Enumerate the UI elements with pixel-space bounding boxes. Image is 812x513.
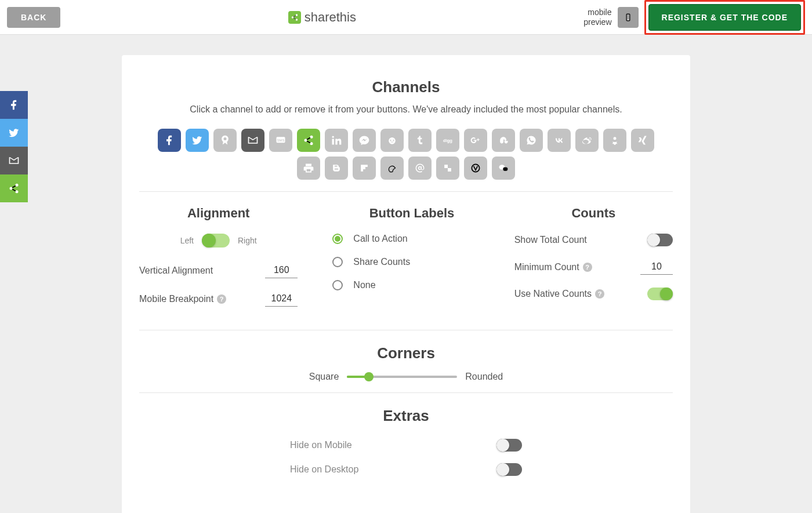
channel-delicious[interactable] xyxy=(436,157,459,180)
native-counts-label: Use Native Counts ? xyxy=(514,289,604,299)
digg-icon xyxy=(442,134,454,146)
radio-icon xyxy=(332,280,343,290)
divider xyxy=(139,392,673,393)
counts-title: Counts xyxy=(514,206,673,221)
help-icon[interactable]: ? xyxy=(583,263,592,272)
channel-messenger[interactable] xyxy=(353,129,376,152)
facebook-icon xyxy=(164,134,175,146)
extras-section: Extras Hide on Mobile Hide on Desktop xyxy=(290,407,522,476)
channel-wechat[interactable] xyxy=(492,157,515,180)
email-icon xyxy=(247,134,259,146)
counts-col: Counts Show Total Count Minimum Count ? … xyxy=(514,206,673,319)
hide-mobile-label: Hide on Mobile xyxy=(290,440,352,450)
labels-title: Button Labels xyxy=(332,206,491,221)
label-option-2[interactable]: None xyxy=(332,280,491,290)
channel-meneame[interactable] xyxy=(380,157,404,180)
side-facebook[interactable] xyxy=(0,91,28,119)
twitter-icon xyxy=(191,134,203,146)
divider xyxy=(139,330,673,330)
label-option-1[interactable]: Share Counts xyxy=(332,257,491,267)
mobile-breakpoint-input[interactable] xyxy=(265,291,298,307)
alignment-toggle-row: Left Right xyxy=(139,234,298,248)
help-icon[interactable]: ? xyxy=(217,294,226,304)
channel-xing[interactable] xyxy=(631,129,654,152)
side-twitter[interactable] xyxy=(0,119,28,147)
channel-sms[interactable] xyxy=(269,129,292,152)
radio-label: Share Counts xyxy=(353,257,410,267)
reddit-icon xyxy=(386,134,398,146)
channel-print[interactable] xyxy=(297,157,320,180)
minimum-count-input[interactable] xyxy=(640,259,673,275)
register-button[interactable]: REGISTER & GET THE CODE xyxy=(648,4,801,31)
facebook-icon xyxy=(8,99,20,111)
show-total-toggle[interactable] xyxy=(647,234,673,246)
pinterest-icon xyxy=(219,134,231,146)
native-counts-row: Use Native Counts ? xyxy=(514,288,673,300)
odnoklassniki-icon xyxy=(609,134,621,146)
sharethis-icon xyxy=(8,183,20,194)
native-counts-toggle[interactable] xyxy=(647,288,673,300)
blogger-icon xyxy=(331,162,342,174)
channel-flipboard[interactable] xyxy=(353,157,376,180)
weibo-icon xyxy=(581,134,593,146)
channel-facebook[interactable] xyxy=(158,129,181,152)
channel-sharethis[interactable] xyxy=(297,129,320,152)
channel-blogger[interactable] xyxy=(325,157,348,180)
top-right: mobile preview REGISTER & GET THE CODE xyxy=(583,0,805,35)
stumbleupon-icon xyxy=(498,134,509,146)
vk-icon xyxy=(553,134,565,146)
corners-right-label: Rounded xyxy=(465,372,503,382)
hide-desktop-label: Hide on Desktop xyxy=(290,464,358,475)
show-total-label: Show Total Count xyxy=(514,235,587,245)
radio-icon xyxy=(332,257,343,267)
print-icon xyxy=(303,162,314,174)
mobile-preview-button[interactable] xyxy=(618,7,639,28)
meneame-icon xyxy=(386,162,398,174)
corners-slider[interactable] xyxy=(347,376,457,378)
topbar: BACK sharethis mobile preview REGISTER &… xyxy=(0,0,812,35)
channel-googleplus[interactable] xyxy=(464,129,487,152)
delicious-icon xyxy=(442,162,454,174)
corners-slider-row: Square Rounded xyxy=(139,372,673,382)
channel-twitter[interactable] xyxy=(186,129,209,152)
slider-thumb[interactable] xyxy=(364,372,374,381)
channel-linkedin[interactable] xyxy=(325,129,348,152)
channel-email[interactable] xyxy=(241,129,264,152)
phone-icon xyxy=(624,11,632,24)
hide-mobile-row: Hide on Mobile xyxy=(290,439,522,452)
vertical-alignment-input[interactable] xyxy=(265,263,298,278)
channel-reddit[interactable] xyxy=(380,129,404,152)
back-button[interactable]: BACK xyxy=(7,7,60,28)
register-highlight: REGISTER & GET THE CODE xyxy=(644,0,805,35)
minimum-count-label: Minimum Count ? xyxy=(514,262,592,272)
channel-stumbleupon[interactable] xyxy=(492,129,515,152)
alignment-toggle[interactable] xyxy=(202,234,230,248)
label-option-0[interactable]: Call to Action xyxy=(332,234,491,244)
side-sharethis[interactable] xyxy=(0,174,28,202)
channel-vk[interactable] xyxy=(548,129,571,152)
side-email[interactable] xyxy=(0,147,28,174)
channels-title: Channels xyxy=(139,78,673,96)
channel-odnoklassniki[interactable] xyxy=(603,129,626,152)
radio-icon xyxy=(332,234,343,244)
xing-icon xyxy=(637,134,648,146)
channel-livejournal[interactable] xyxy=(464,157,487,180)
channel-weibo[interactable] xyxy=(575,129,599,152)
hide-mobile-toggle[interactable] xyxy=(496,439,522,452)
channel-pinterest[interactable] xyxy=(213,129,237,152)
hide-desktop-toggle[interactable] xyxy=(496,463,522,476)
hide-desktop-row: Hide on Desktop xyxy=(290,463,522,476)
vertical-alignment-row: Vertical Alignment xyxy=(139,263,298,278)
channel-digg[interactable] xyxy=(436,129,459,152)
channel-tumblr[interactable] xyxy=(408,129,432,152)
whatsapp-icon xyxy=(525,134,537,146)
linkedin-icon xyxy=(331,134,342,146)
brand-logo: sharethis xyxy=(288,10,356,25)
vertical-alignment-label: Vertical Alignment xyxy=(139,265,213,276)
labels-col: Button Labels Call to ActionShare Counts… xyxy=(321,206,491,319)
mobile-preview-label: mobile preview xyxy=(583,8,611,27)
help-icon[interactable]: ? xyxy=(595,289,604,299)
channel-whatsapp[interactable] xyxy=(520,129,543,152)
channels-subtitle: Click a channel to add or remove it from… xyxy=(139,104,673,115)
channel-mailru[interactable] xyxy=(408,157,432,180)
